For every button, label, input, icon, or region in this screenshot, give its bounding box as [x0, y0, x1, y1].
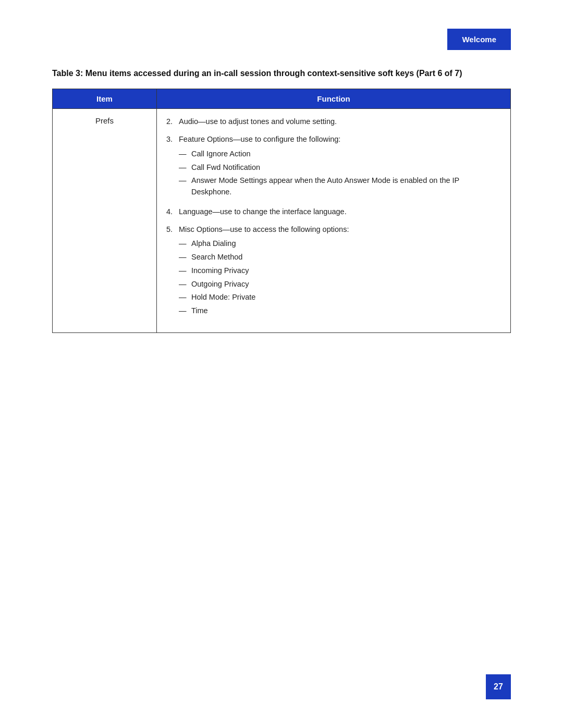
function-cell: 2. Audio—use to adjust tones and volume …	[157, 109, 511, 333]
item-text-5: Misc Options—use to access the following…	[179, 225, 349, 233]
function-item-4: 4. Language—use to change the interface …	[166, 206, 501, 218]
item-text-3: Feature Options—use to configure the fol…	[179, 135, 340, 143]
item-num-3: 3.	[166, 134, 179, 145]
function-item-3: 3. Feature Options—use to configure the …	[166, 134, 501, 200]
sub-item-5-2: Search Method	[179, 252, 501, 263]
header-title: Welcome	[462, 35, 496, 44]
page-number: 27	[494, 682, 503, 692]
main-content: Table 3: Menu items accessed during an i…	[52, 68, 511, 333]
table-header-row: Item Function	[53, 89, 511, 109]
table-title: Table 3: Menu items accessed during an i…	[52, 68, 511, 79]
sub-item-3-3: Answer Mode Settings appear when the Aut…	[179, 175, 501, 198]
sub-item-5-1: Alpha Dialing	[179, 238, 501, 250]
sub-list-3: Call Ignore Action Call Fwd Notification…	[179, 149, 501, 198]
sub-item-3-1: Call Ignore Action	[179, 149, 501, 160]
header-item: Item	[53, 89, 157, 109]
page-container: Welcome Table 3: Menu items accessed dur…	[0, 0, 563, 728]
item-content-3: Feature Options—use to configure the fol…	[179, 134, 501, 200]
item-cell: Prefs	[53, 109, 157, 333]
sub-item-5-6: Time	[179, 305, 501, 317]
function-item-5: 5. Misc Options—use to access the follow…	[166, 224, 501, 319]
item-content-5: Misc Options—use to access the following…	[179, 224, 501, 319]
data-table: Item Function Prefs 2. Audio—use to adju…	[52, 89, 511, 333]
table-row: Prefs 2. Audio—use to adjust tones and v…	[53, 109, 511, 333]
sub-item-5-5: Hold Mode: Private	[179, 292, 501, 303]
sub-item-3-2: Call Fwd Notification	[179, 162, 501, 174]
page-number-box: 27	[486, 674, 511, 699]
item-text-4: Language—use to change the interface lan…	[179, 206, 501, 218]
item-num-4: 4.	[166, 206, 179, 218]
sub-item-5-4: Outgoing Privacy	[179, 279, 501, 290]
item-prefs: Prefs	[95, 116, 114, 125]
function-item-2: 2. Audio—use to adjust tones and volume …	[166, 116, 501, 128]
item-num-2: 2.	[166, 116, 179, 128]
item-num-5: 5.	[166, 224, 179, 236]
header-function: Function	[157, 89, 511, 109]
sub-list-5: Alpha Dialing Search Method Incoming Pri…	[179, 238, 501, 317]
sub-item-5-3: Incoming Privacy	[179, 265, 501, 277]
item-text-2: Audio—use to adjust tones and volume set…	[179, 116, 501, 128]
header-bar: Welcome	[447, 29, 511, 50]
